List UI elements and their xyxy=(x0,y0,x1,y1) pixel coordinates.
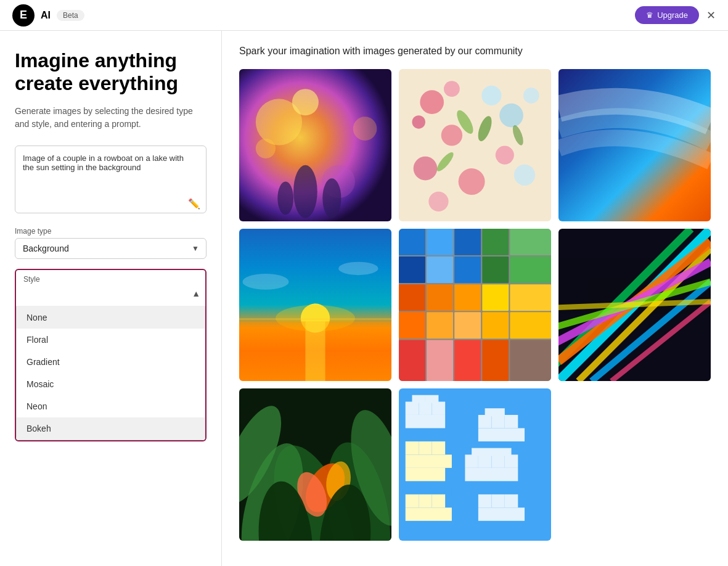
svg-rect-93 xyxy=(478,428,525,441)
gallery-item-pixel-clouds[interactable] xyxy=(399,388,551,541)
upgrade-button[interactable]: ♛ Upgrade xyxy=(635,6,699,24)
svg-rect-37 xyxy=(427,229,453,255)
svg-point-10 xyxy=(420,90,444,114)
svg-rect-43 xyxy=(482,256,509,283)
svg-rect-107 xyxy=(432,494,445,507)
svg-rect-104 xyxy=(472,448,511,456)
subtitle-text: Generate images by selecting the desired… xyxy=(15,105,207,131)
svg-rect-111 xyxy=(505,494,518,507)
svg-rect-48 xyxy=(399,312,425,338)
svg-rect-98 xyxy=(406,468,445,481)
svg-point-17 xyxy=(496,146,514,165)
svg-rect-40 xyxy=(427,256,453,283)
svg-point-19 xyxy=(514,165,535,186)
svg-rect-36 xyxy=(399,229,425,255)
svg-rect-95 xyxy=(419,441,431,454)
svg-rect-31 xyxy=(305,321,325,381)
svg-rect-58 xyxy=(454,340,481,381)
gallery-item-tropical[interactable] xyxy=(239,388,391,541)
style-option-none[interactable]: None xyxy=(17,306,205,329)
svg-point-16 xyxy=(441,125,462,146)
svg-rect-101 xyxy=(491,454,504,467)
style-option-floral[interactable]: Floral xyxy=(17,329,205,351)
svg-rect-89 xyxy=(478,415,491,428)
svg-rect-49 xyxy=(427,312,453,338)
gallery-item-sunset[interactable] xyxy=(239,229,391,381)
crown-icon: ♛ xyxy=(646,10,653,20)
svg-rect-106 xyxy=(419,494,431,507)
style-option-gradient[interactable]: Gradient xyxy=(17,351,205,373)
main-layout: Imagine anything create everything Gener… xyxy=(0,31,728,566)
prompt-input[interactable] xyxy=(15,146,207,213)
svg-rect-105 xyxy=(406,494,419,507)
svg-rect-113 xyxy=(452,488,462,498)
svg-rect-41 xyxy=(482,229,509,255)
style-section: Style ▲ None Floral Gradient Mosaic Neon… xyxy=(15,269,207,441)
svg-point-5 xyxy=(353,117,377,141)
svg-rect-97 xyxy=(406,454,452,467)
style-option-bokeh[interactable]: Bokeh xyxy=(17,417,205,440)
svg-rect-102 xyxy=(505,454,518,467)
svg-point-8 xyxy=(277,182,293,215)
svg-rect-108 xyxy=(406,507,452,520)
svg-point-33 xyxy=(242,274,288,290)
svg-point-18 xyxy=(414,157,438,181)
svg-rect-83 xyxy=(406,401,419,414)
header: E AI Beta ♛ Upgrade ✕ xyxy=(0,0,728,31)
gallery-item-aurora[interactable] xyxy=(558,69,711,221)
svg-point-12 xyxy=(412,115,425,128)
svg-rect-54 xyxy=(482,312,509,338)
svg-rect-55 xyxy=(510,312,551,338)
right-panel: Spark your imagination with images gener… xyxy=(222,31,728,566)
header-right: ♛ Upgrade ✕ xyxy=(635,6,716,24)
svg-rect-94 xyxy=(406,441,419,454)
svg-rect-39 xyxy=(399,256,425,283)
svg-point-7 xyxy=(322,178,341,218)
svg-rect-92 xyxy=(485,408,505,416)
svg-rect-96 xyxy=(432,441,445,454)
svg-rect-38 xyxy=(454,229,481,255)
svg-rect-44 xyxy=(510,256,551,283)
image-type-select[interactable]: Background Portrait Landscape Abstract xyxy=(15,238,207,259)
style-option-mosaic[interactable]: Mosaic xyxy=(17,373,205,395)
svg-rect-57 xyxy=(427,340,453,381)
svg-point-14 xyxy=(499,104,523,128)
gallery-title: Spark your imagination with images gener… xyxy=(239,46,711,57)
svg-rect-50 xyxy=(454,312,481,338)
svg-point-6 xyxy=(293,165,317,218)
svg-rect-88 xyxy=(406,415,445,428)
svg-point-15 xyxy=(523,88,539,104)
svg-rect-84 xyxy=(419,401,431,414)
svg-rect-53 xyxy=(510,284,551,311)
close-button[interactable]: ✕ xyxy=(706,9,716,22)
prompt-wrapper: ✏️ xyxy=(15,146,207,216)
gallery-item-mosaic[interactable] xyxy=(399,229,551,381)
header-left: E AI Beta xyxy=(12,4,84,27)
gallery-item-floral[interactable] xyxy=(399,69,551,221)
svg-rect-100 xyxy=(478,454,491,467)
svg-point-20 xyxy=(459,168,485,195)
style-input-row: ▲ xyxy=(16,286,205,306)
gallery-item-bokeh[interactable] xyxy=(239,69,391,221)
svg-point-2 xyxy=(292,89,319,115)
image-type-wrapper: Background Portrait Landscape Abstract ▼ xyxy=(15,238,207,259)
logo-icon: E xyxy=(12,4,35,27)
svg-rect-32 xyxy=(239,318,391,320)
svg-rect-59 xyxy=(482,340,509,381)
logo-text: AI xyxy=(41,10,51,21)
svg-rect-112 xyxy=(478,507,525,520)
beta-badge: Beta xyxy=(57,10,84,21)
svg-rect-103 xyxy=(465,468,518,481)
main-heading: Imagine anything create everything xyxy=(15,49,207,95)
svg-rect-42 xyxy=(510,229,551,255)
svg-rect-87 xyxy=(425,395,438,403)
svg-point-13 xyxy=(481,86,501,105)
svg-rect-85 xyxy=(432,401,445,414)
style-scroll-up-button[interactable]: ▲ xyxy=(192,289,200,298)
style-input[interactable] xyxy=(21,286,192,301)
svg-rect-45 xyxy=(399,284,425,311)
gallery-item-neon-lines[interactable] xyxy=(558,229,711,381)
svg-rect-99 xyxy=(465,454,478,467)
svg-rect-46 xyxy=(427,284,453,311)
style-option-neon[interactable]: Neon xyxy=(17,395,205,417)
